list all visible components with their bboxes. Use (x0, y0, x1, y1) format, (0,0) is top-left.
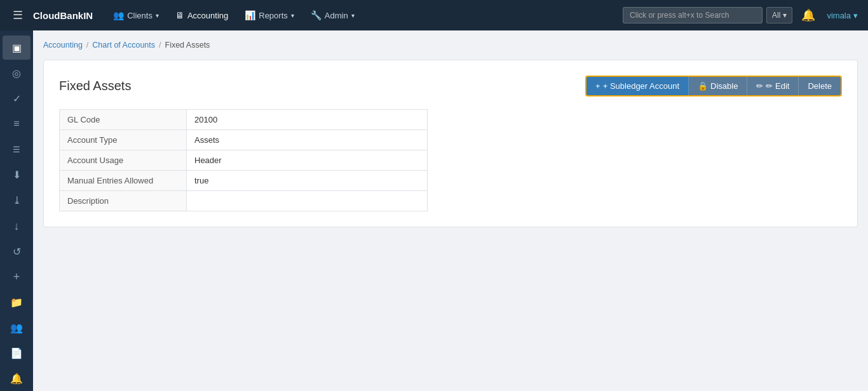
sidebar-item-file[interactable]: 📄 (3, 341, 31, 366)
list2-icon: ☰ (13, 145, 20, 154)
sidebar-item-refresh[interactable]: ↺ (3, 239, 31, 263)
checkmark-icon: ✓ (13, 93, 21, 105)
main-content: Accounting / Chart of Accounts / Fixed A… (33, 30, 868, 391)
breadcrumb-chart-of-accounts[interactable]: Chart of Accounts (92, 41, 155, 50)
page-header: Fixed Assets + + Subledger Account 🔒 Dis… (59, 76, 842, 96)
search-input[interactable]: Click or press alt+x to Search (623, 7, 763, 23)
breadcrumb-sep-2: / (159, 41, 161, 50)
delete-button[interactable]: Delete (799, 77, 841, 95)
lock-icon: 🔒 (698, 81, 708, 91)
left-sidebar: ▣ ◎ ✓ ≡ ☰ ⬇ ⤓ ↓ ↺ + 📁 👥 📄 🔔 (0, 30, 33, 391)
hamburger-icon[interactable]: ☰ (8, 4, 28, 26)
description-value (187, 191, 428, 211)
breadcrumb-accounting[interactable]: Accounting (43, 41, 83, 50)
detail-table: GL Code 20100 Account Type Assets Accoun… (59, 109, 428, 211)
sidebar-item-list2[interactable]: ☰ (3, 138, 31, 162)
manual-entries-label: Manual Entries Allowed (60, 171, 187, 191)
sidebar-item-download1[interactable]: ⬇ (3, 163, 31, 187)
manual-entries-value: true (187, 171, 428, 191)
table-row: GL Code 20100 (60, 110, 428, 130)
account-type-value: Assets (187, 130, 428, 150)
dashboard-icon: ▣ (12, 42, 22, 54)
file-icon: 📄 (10, 347, 23, 359)
notification-bell-icon[interactable]: 🔔 (796, 8, 820, 22)
nav-menu: 👥 Clients ▾ 🖥 Accounting 📊 Reports ▾ 🔧 A… (105, 6, 620, 24)
search-filter-dropdown[interactable]: All ▾ (766, 7, 792, 23)
folder-icon: 📁 (10, 296, 23, 308)
gl-code-value: 20100 (187, 110, 428, 130)
nav-item-admin[interactable]: 🔧 Admin ▾ (303, 6, 362, 24)
admin-icon: 🔧 (311, 10, 322, 20)
sidebar-item-download2[interactable]: ⤓ (3, 189, 31, 213)
plus-icon: + (13, 270, 20, 284)
description-label: Description (60, 191, 187, 211)
sidebar-item-group[interactable]: 👥 (3, 316, 31, 340)
breadcrumb: Accounting / Chart of Accounts / Fixed A… (43, 41, 858, 50)
table-row: Account Usage Header (60, 150, 428, 171)
sidebar-item-bell[interactable]: 🔔 (3, 367, 31, 391)
download1-icon: ⬇ (13, 169, 21, 181)
table-row: Description (60, 191, 428, 211)
bell-icon: 🔔 (10, 373, 23, 385)
user-caret-icon: ▾ (853, 11, 858, 20)
download2-icon: ⤓ (13, 194, 21, 206)
search-filter-caret-icon: ▾ (783, 11, 787, 20)
download3-icon: ↓ (14, 220, 20, 233)
sidebar-item-tasks[interactable]: ✓ (3, 86, 31, 110)
target-icon: ◎ (12, 67, 21, 79)
disable-button[interactable]: 🔒 Disable (689, 77, 747, 95)
reports-icon: 📊 (245, 10, 255, 20)
nav-item-clients[interactable]: 👥 Clients ▾ (105, 6, 166, 24)
subledger-account-button[interactable]: + + Subledger Account (587, 77, 689, 95)
nav-item-reports[interactable]: 📊 Reports ▾ (237, 6, 302, 24)
clients-caret-icon: ▾ (156, 12, 159, 19)
sidebar-item-dashboard[interactable]: ▣ (3, 36, 31, 60)
list1-icon: ≡ (13, 118, 19, 129)
accounting-icon: 🖥 (175, 10, 184, 20)
group-icon: 👥 (10, 322, 23, 334)
edit-button[interactable]: ✏ ✏ Edit (747, 77, 799, 95)
detail-card: Fixed Assets + + Subledger Account 🔒 Dis… (43, 60, 858, 227)
sidebar-item-target[interactable]: ◎ (3, 61, 31, 85)
edit-pencil-icon: ✏ (756, 81, 763, 91)
sidebar-item-download3[interactable]: ↓ (3, 214, 31, 238)
refresh-icon: ↺ (13, 246, 21, 258)
account-type-label: Account Type (60, 130, 187, 150)
account-usage-label: Account Usage (60, 150, 187, 171)
search-area: Click or press alt+x to Search All ▾ 🔔 v… (623, 7, 860, 23)
sidebar-item-list1[interactable]: ≡ (3, 112, 31, 136)
plus-subledger-icon: + (595, 81, 600, 91)
reports-caret-icon: ▾ (291, 12, 294, 19)
breadcrumb-sep-1: / (86, 41, 88, 50)
account-usage-value[interactable]: Header (187, 150, 428, 171)
top-navigation: ☰ CloudBankIN 👥 Clients ▾ 🖥 Accounting 📊… (0, 0, 868, 30)
table-row: Account Type Assets (60, 130, 428, 150)
user-menu[interactable]: vimala ▾ (824, 11, 860, 20)
sidebar-item-add[interactable]: + (3, 265, 31, 289)
user-name: vimala (827, 11, 851, 20)
sidebar-item-folder[interactable]: 📁 (3, 290, 31, 314)
nav-item-accounting[interactable]: 🖥 Accounting (168, 6, 236, 24)
page-title: Fixed Assets (59, 79, 131, 93)
table-row: Manual Entries Allowed true (60, 171, 428, 191)
action-buttons: + + Subledger Account 🔒 Disable ✏ ✏ Edit… (585, 76, 842, 96)
gl-code-label: GL Code (60, 110, 187, 130)
brand-logo: CloudBankIN (33, 10, 93, 21)
breadcrumb-current: Fixed Assets (165, 41, 210, 50)
admin-caret-icon: ▾ (351, 12, 355, 19)
clients-icon: 👥 (113, 10, 124, 20)
